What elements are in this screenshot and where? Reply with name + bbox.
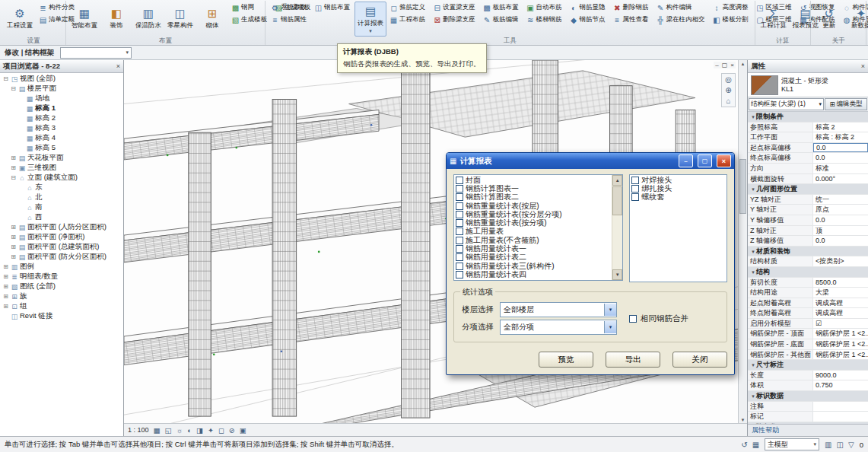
tree-item[interactable]: ⌂ 南 [0,202,123,212]
ribbon-button[interactable]: ▦ 智能布置 [68,2,100,37]
ribbon-button[interactable]: ◫ 钢筋布置 [311,2,355,14]
list-scrollbar[interactable]: ▲ ▼ [612,175,622,280]
property-row[interactable]: Y 轴对正 原点 [748,205,868,215]
checkbox[interactable] [631,193,639,201]
ribbon-button[interactable]: ≡ 属性查看 [610,14,653,26]
ribbon-button[interactable]: ✎ 板筋编辑 [480,14,523,26]
joint-list-item[interactable]: 绑扎接头 [631,184,725,193]
report-list-item[interactable]: 钢筋计算图表一 [456,184,610,193]
scrollbar-thumb[interactable] [612,186,622,215]
scroll-up-icon[interactable]: ▲ [612,175,622,186]
tree-item[interactable]: ▦ 标高 3 [0,123,123,133]
report-list-item[interactable]: 钢筋用量统计表一 [456,244,610,253]
ribbon-button[interactable]: ↕ 高度调整 [710,2,753,14]
item-select[interactable]: 全部分项 ▾ [500,320,617,335]
navigation-icon[interactable]: ⌂ [726,97,730,105]
tree-expander-icon[interactable]: ⊞ [10,253,17,260]
property-row[interactable]: 终点标高偏移 0.0 [748,153,868,164]
window-control-icon[interactable]: – [715,62,718,68]
property-value[interactable]: 0.0 [813,143,868,153]
tree-expander-icon[interactable]: ⊟ [2,75,9,82]
property-value[interactable]: 0.0 [813,215,868,225]
property-value[interactable]: <按类别> [813,256,868,266]
checkbox[interactable] [629,315,637,323]
ribbon-button[interactable]: ≋ 楼梯钢筋 [523,14,567,26]
property-value[interactable]: 调成高程 [813,298,868,308]
property-value[interactable]: 8500.0 [813,278,868,288]
tree-expander-icon[interactable]: ⊞ [2,263,9,270]
joint-list-item[interactable]: 螺纹套 [631,193,725,202]
close-icon[interactable]: × [861,62,865,70]
property-row[interactable]: 起点标高偏移 0.0 [748,143,868,154]
minimize-button[interactable]: – [679,154,693,167]
checkbox[interactable] [456,219,463,227]
chevron-down-icon[interactable]: ▾ [604,321,616,333]
tree-item[interactable]: ⊞ ▤ 面积平面 (防火分区面积) [0,252,123,262]
property-row[interactable]: ▾材质和装饰 [748,247,868,257]
tree-item[interactable]: ⌂ 北 [0,193,123,202]
tree-item[interactable]: ⊞ ≣ 明细表/数量 [0,272,123,282]
property-row[interactable]: 长度 9000.0 [748,371,868,381]
tree-item[interactable]: ▦ 标高 2 [0,113,123,123]
tree-item[interactable]: ▦ 标高 1 [0,103,123,113]
ribbon-button[interactable]: ≡ 钢筋属性 [268,14,311,26]
floor-select[interactable]: 全部楼层 ▾ [500,302,617,317]
ribbon-button[interactable]: ✦ 新数据 [845,2,868,37]
tree-expander-icon[interactable]: ⊞ [2,283,9,290]
checkbox[interactable] [631,177,639,184]
tree-expander-icon[interactable]: ⊞ [10,244,17,250]
property-value[interactable] [813,402,868,412]
property-value[interactable]: 大梁 [813,288,868,298]
joint-list-item[interactable]: 对焊接头 [631,176,725,184]
tree-item[interactable]: ⊞ ▤ 天花板平面 [0,153,123,163]
property-row[interactable]: 剪切长度 8500.0 [748,278,868,288]
tree-expander-icon[interactable]: ⊞ [10,224,17,231]
checkbox[interactable] [456,271,463,279]
ribbon-button[interactable]: ↺ 更新 [813,2,845,37]
property-row[interactable]: 钢筋保护层 - 其他面 钢筋保护层 1 <2... [748,350,868,361]
property-row[interactable]: Y 轴偏移值 0.0 [748,215,868,226]
tree-item[interactable]: ⌂ 西 [0,212,123,222]
property-value[interactable]: ☑ [813,319,868,329]
property-value[interactable] [813,412,868,422]
property-row[interactable]: Z 轴对正 顶 [748,226,868,237]
tree-item[interactable]: ⊟ ⌂ 立面 (建筑立面) [0,173,123,183]
property-row[interactable]: 参照标高 标高 2 [748,123,868,133]
property-row[interactable]: 注释 [748,402,868,412]
property-value[interactable]: 0.000° [813,174,868,184]
property-row[interactable]: 体积 0.750 [748,380,868,391]
merge-rebar-option[interactable]: 相同钢筋合并 [629,314,688,324]
ribbon-button[interactable]: ▤ 计算报表 ▾ [355,2,386,37]
report-list-item[interactable]: 钢筋重量统计表(按层) [456,202,610,210]
property-row[interactable]: ▾结构 [748,267,868,278]
navigation-icon[interactable]: ◎ [725,75,732,84]
tree-item[interactable]: ⊟ ▤ 楼层平面 [0,84,123,94]
report-list-item[interactable]: 施工用量表 [456,228,610,236]
property-value[interactable]: 0.0 [813,236,868,246]
property-row[interactable]: ▾限制条件 [748,112,868,123]
scroll-up-icon[interactable]: ▲ [741,60,746,68]
property-row[interactable]: 工作平面 标高 : 标高 2 [748,132,868,143]
tree-expander-icon[interactable]: ⊞ [2,293,9,300]
tree-expander-icon[interactable]: ⊟ [10,85,17,92]
property-row[interactable]: 钢筋保护层 - 底面 钢筋保护层 1 <2... [748,339,868,350]
maximize-button[interactable]: ▢ [698,154,712,167]
checkbox[interactable] [456,253,463,261]
ribbon-button[interactable]: ╬ 梁在柱内相交 [653,14,710,26]
tree-item[interactable]: ◫ Revit 链接 [0,311,123,321]
tree-expander-icon[interactable]: ⊞ [10,234,17,240]
checkbox[interactable] [456,185,463,193]
type-selector[interactable]: 结构框架 (大梁) (1) ▾ [749,98,824,110]
view-control-icon[interactable]: ✦ [208,426,214,434]
property-value[interactable]: 标高 : 标高 2 [813,132,868,142]
property-row[interactable]: 横截面旋转 0.000° [748,174,868,185]
section-collapse-icon[interactable]: ▾ [750,392,756,401]
checkbox[interactable] [456,202,463,210]
section-collapse-icon[interactable]: ▾ [750,113,756,122]
preview-button[interactable]: 预览 [539,352,593,368]
report-list-item[interactable]: 钢筋重量统计表(按分项) [456,218,610,227]
view-control-icon[interactable]: ◱ [165,426,172,434]
section-collapse-icon[interactable]: ▾ [750,185,756,194]
property-value[interactable]: 钢筋保护层 1 <2... [813,329,868,339]
tree-item[interactable]: ⊟ ◳ 视图 (全部) [0,74,123,84]
